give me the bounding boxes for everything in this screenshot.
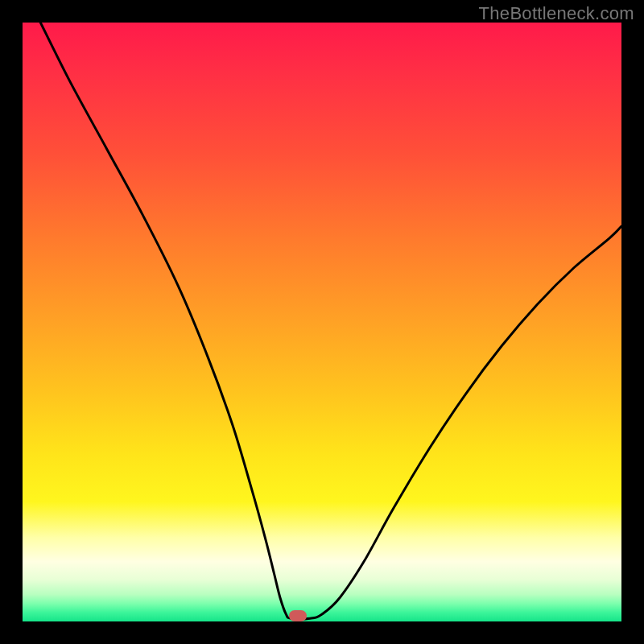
chart-frame: TheBottleneck.com [0, 0, 644, 644]
watermark-text: TheBottleneck.com [479, 3, 634, 24]
optimal-point-marker [289, 610, 307, 621]
plot-area [23, 23, 621, 621]
bottleneck-curve [23, 23, 621, 621]
